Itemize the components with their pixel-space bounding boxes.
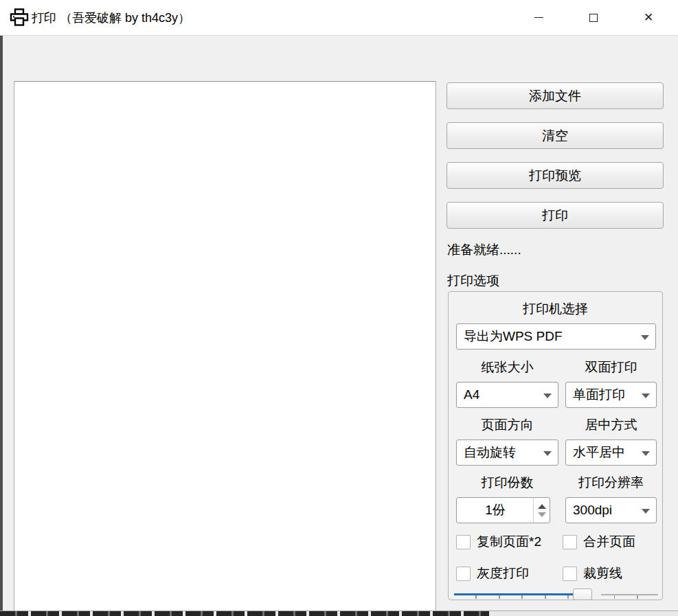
centering-label: 居中方式 xyxy=(565,416,657,434)
chevron-down-icon xyxy=(641,335,649,340)
resolution-value: 300dpi xyxy=(573,503,612,518)
orientation-value: 自动旋转 xyxy=(464,444,516,461)
print-options-caption: 打印选项 xyxy=(447,272,499,290)
maximize-icon xyxy=(589,14,598,22)
checkbox-merge-pages[interactable]: 合并页面 xyxy=(563,533,635,551)
clear-button[interactable]: 清空 xyxy=(447,122,664,149)
chevron-down-icon xyxy=(543,393,552,398)
minimize-button[interactable] xyxy=(523,0,554,35)
close-icon: ✕ xyxy=(644,12,653,23)
printer-select-value: 导出为WPS PDF xyxy=(464,328,563,345)
checkbox-icon[interactable] xyxy=(563,567,577,581)
print-button[interactable]: 打印 xyxy=(447,202,664,229)
checkbox-duplicate-page[interactable]: 复制页面*2 xyxy=(456,533,541,551)
print-preview-button[interactable]: 打印预览 xyxy=(447,162,664,189)
orientation-label: 页面方向 xyxy=(456,416,558,434)
titlebar: 打印 （吾爱破解 by th4c3y） ✕ xyxy=(0,0,678,36)
copies-label: 打印份数 xyxy=(456,474,558,492)
duplex-value: 单面打印 xyxy=(573,386,625,404)
chevron-down-icon xyxy=(642,509,650,514)
duplex-select[interactable]: 单面打印 xyxy=(565,382,657,408)
paper-size-value: A4 xyxy=(464,387,479,402)
printer-select[interactable]: 导出为WPS PDF xyxy=(456,323,656,350)
paper-size-select[interactable]: A4 xyxy=(456,382,558,408)
centering-select[interactable]: 水平居中 xyxy=(565,440,657,466)
background-window-text-sliver xyxy=(0,611,489,616)
checkbox-label: 灰度打印 xyxy=(477,564,529,582)
checkbox-label: 复制页面*2 xyxy=(477,533,541,551)
checkbox-label: 裁剪线 xyxy=(583,564,622,582)
print-options-group: 打印机选择 导出为WPS PDF 纸张大小 双面打印 A4 单面打印 页面方向 … xyxy=(448,291,663,600)
background-window-left-edge xyxy=(0,36,3,616)
checkbox-label: 合并页面 xyxy=(583,533,635,551)
checkbox-icon[interactable] xyxy=(456,535,471,549)
checkbox-grayscale-print[interactable]: 灰度打印 xyxy=(456,564,529,582)
checkbox-icon[interactable] xyxy=(456,567,471,581)
chevron-down-icon xyxy=(543,451,552,456)
minimize-icon xyxy=(534,17,543,18)
status-text: 准备就绪...... xyxy=(447,241,521,259)
paper-size-label: 纸张大小 xyxy=(456,358,558,376)
close-button[interactable]: ✕ xyxy=(633,0,664,35)
duplex-label: 双面打印 xyxy=(565,358,657,376)
checkbox-crop-lines[interactable]: 裁剪线 xyxy=(563,564,622,582)
slider-track-filled[interactable] xyxy=(454,593,578,595)
chevron-down-icon xyxy=(642,451,650,456)
file-list[interactable] xyxy=(14,81,436,616)
scale-slider[interactable] xyxy=(454,588,658,602)
copies-value: 1份 xyxy=(457,498,534,523)
copies-stepper-buttons xyxy=(533,498,550,523)
slider-track-rest[interactable] xyxy=(601,594,658,595)
window-title: 打印 （吾爱破解 by th4c3y） xyxy=(32,0,190,36)
orientation-select[interactable]: 自动旋转 xyxy=(456,440,558,466)
resolution-select[interactable]: 300dpi xyxy=(565,497,657,523)
maximize-button[interactable] xyxy=(578,0,609,35)
spinner-up-icon[interactable] xyxy=(538,504,546,509)
centering-value: 水平居中 xyxy=(573,444,625,461)
checkbox-icon[interactable] xyxy=(563,535,577,549)
add-file-button[interactable]: 添加文件 xyxy=(447,82,664,109)
copies-stepper[interactable]: 1份 xyxy=(456,497,550,523)
client-area: 添加文件 清空 打印预览 打印 准备就绪...... 打印选项 打印机选择 导出… xyxy=(0,36,678,611)
spinner-down-icon[interactable] xyxy=(538,512,546,517)
printer-select-label: 打印机选择 xyxy=(449,300,662,318)
slider-thumb[interactable] xyxy=(573,589,592,600)
resolution-label: 打印分辨率 xyxy=(565,474,657,492)
background-window-bottom-sliver xyxy=(0,611,678,616)
chevron-down-icon xyxy=(642,393,650,398)
printer-icon xyxy=(9,8,30,28)
